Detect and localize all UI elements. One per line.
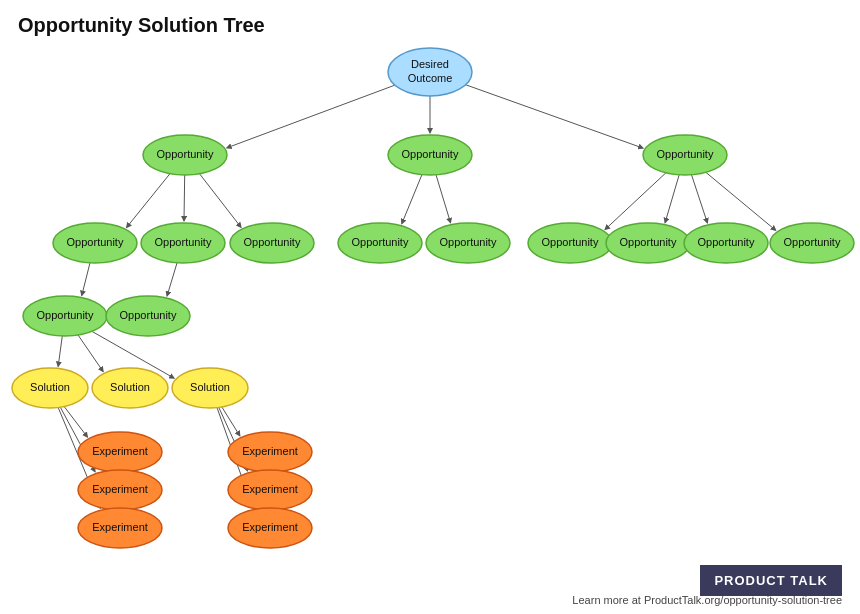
- svg-point-35: [230, 223, 314, 263]
- svg-point-27: [388, 135, 472, 175]
- svg-point-29: [643, 135, 727, 175]
- node-sol_1: Solution: [12, 368, 88, 408]
- node-opp_L2_3: Opportunity: [230, 223, 314, 263]
- node-opp_L1_1: Opportunity: [143, 135, 227, 175]
- node-exp_2: Experiment: [78, 470, 162, 510]
- svg-point-51: [106, 296, 190, 336]
- svg-point-33: [141, 223, 225, 263]
- node-opp_L1_3: Opportunity: [643, 135, 727, 175]
- svg-point-25: [143, 135, 227, 175]
- svg-point-41: [528, 223, 612, 263]
- svg-point-39: [426, 223, 510, 263]
- svg-point-55: [92, 368, 168, 408]
- svg-point-37: [338, 223, 422, 263]
- node-desired_outcome: DesiredOutcome: [388, 48, 472, 96]
- node-opp_L2_7: Opportunity: [606, 223, 690, 263]
- node-opp_L2_6: Opportunity: [528, 223, 612, 263]
- node-exp_6: Experiment: [228, 508, 312, 548]
- svg-point-31: [53, 223, 137, 263]
- node-opp_L3_1: Opportunity: [23, 296, 107, 336]
- svg-point-67: [228, 470, 312, 510]
- node-opp_L1_2: Opportunity: [388, 135, 472, 175]
- tree-container: DesiredOutcomeOpportunityOpportunityOppo…: [0, 0, 860, 614]
- node-sol_2: Solution: [92, 368, 168, 408]
- svg-point-61: [78, 470, 162, 510]
- node-exp_5: Experiment: [228, 470, 312, 510]
- node-opp_L2_4: Opportunity: [338, 223, 422, 263]
- brand-box: PRODUCT TALK: [700, 565, 842, 596]
- node-opp_L2_8: Opportunity: [684, 223, 768, 263]
- node-exp_4: Experiment: [228, 432, 312, 472]
- svg-point-65: [228, 432, 312, 472]
- tree-svg: DesiredOutcomeOpportunityOpportunityOppo…: [0, 0, 860, 614]
- node-opp_L2_2: Opportunity: [141, 223, 225, 263]
- node-opp_L3_2: Opportunity: [106, 296, 190, 336]
- svg-point-43: [606, 223, 690, 263]
- svg-point-57: [172, 368, 248, 408]
- node-sol_3: Solution: [172, 368, 248, 408]
- svg-point-59: [78, 432, 162, 472]
- footer-link: Learn more at ProductTalk.org/opportunit…: [572, 594, 842, 606]
- svg-point-63: [78, 508, 162, 548]
- svg-point-69: [228, 508, 312, 548]
- svg-point-53: [12, 368, 88, 408]
- node-opp_L2_5: Opportunity: [426, 223, 510, 263]
- svg-point-23: [388, 48, 472, 96]
- svg-point-47: [770, 223, 854, 263]
- node-opp_L2_9: Opportunity: [770, 223, 854, 263]
- svg-point-45: [684, 223, 768, 263]
- node-opp_L2_1: Opportunity: [53, 223, 137, 263]
- node-exp_1: Experiment: [78, 432, 162, 472]
- node-exp_3: Experiment: [78, 508, 162, 548]
- svg-point-49: [23, 296, 107, 336]
